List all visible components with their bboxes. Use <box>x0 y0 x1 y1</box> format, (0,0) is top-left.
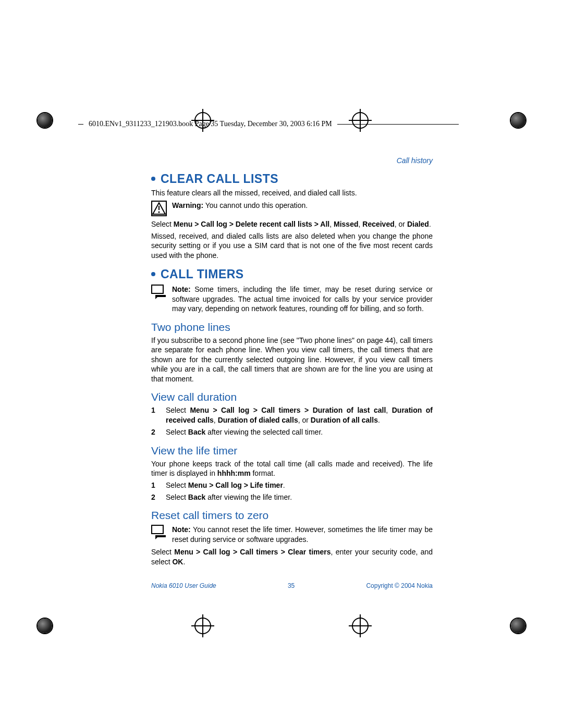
svg-marker-7 <box>155 535 166 539</box>
note-text: Note: You cannot reset the life timer. H… <box>172 525 433 544</box>
body-text: Missed, received, and dialed calls lists… <box>151 231 433 260</box>
registration-mark-icon <box>36 618 53 634</box>
registration-mark-icon <box>510 618 527 634</box>
bullet-icon <box>151 272 155 276</box>
registration-mark-icon <box>194 618 211 634</box>
bullet-icon <box>151 177 155 181</box>
svg-marker-5 <box>155 295 166 299</box>
step-item: Select Menu > Call log > Call timers > D… <box>151 405 433 425</box>
note-block: Note: You cannot reset the life timer. H… <box>151 525 433 544</box>
step-item: Select Back after viewing the selected c… <box>151 427 433 437</box>
step-item: Select Menu > Call log > Life timer. <box>151 480 433 490</box>
page-footer: Nokia 6010 User Guide 35 Copyright © 200… <box>151 582 433 589</box>
registration-mark-icon <box>510 112 527 129</box>
step-list: Select Menu > Call log > Call timers > D… <box>151 405 433 437</box>
heading-view-call-duration: View call duration <box>151 391 433 403</box>
footer-copyright: Copyright © 2004 Nokia <box>366 582 433 589</box>
step-list: Select Menu > Call log > Life timer. Sel… <box>151 480 433 502</box>
body-text: Your phone keeps track of the total call… <box>151 459 433 478</box>
svg-point-3 <box>158 212 160 213</box>
print-header: 6010.ENv1_9311233_121903.book Page 35 Tu… <box>78 120 459 128</box>
heading-call-timers: CALL TIMERS <box>151 267 433 281</box>
warning-icon <box>151 201 167 216</box>
svg-rect-6 <box>152 525 163 534</box>
note-text: Note: Some timers, including the life ti… <box>172 285 433 313</box>
body-text: Select Menu > Call log > Delete recent c… <box>151 219 433 229</box>
body-text: This feature clears all the missed, rece… <box>151 188 433 198</box>
body-text: Select Menu > Call log > Call timers > C… <box>151 547 433 566</box>
warning-block: Warning: You cannot undo this operation. <box>151 201 433 216</box>
book-info: 6010.ENv1_9311233_121903.book Page 35 Tu… <box>89 120 332 128</box>
body-text: If you subscribe to a second phone line … <box>151 336 433 384</box>
svg-rect-4 <box>152 285 163 293</box>
heading-two-phone-lines: Two phone lines <box>151 321 433 334</box>
registration-mark-icon <box>36 112 53 129</box>
note-icon <box>151 285 167 299</box>
note-block: Note: Some timers, including the life ti… <box>151 285 433 313</box>
step-item: Select Back after viewing the life timer… <box>151 492 433 502</box>
footer-guide-name: Nokia 6010 User Guide <box>151 582 216 589</box>
warning-text: Warning: You cannot undo this operation. <box>172 201 433 216</box>
crop-marks-bottom <box>0 618 563 634</box>
note-icon <box>151 525 167 539</box>
heading-reset-call-timers: Reset call timers to zero <box>151 509 433 522</box>
heading-clear-call-lists: CLEAR CALL LISTS <box>151 172 433 186</box>
section-header: Call history <box>151 156 433 165</box>
registration-mark-icon <box>352 618 369 634</box>
heading-view-life-timer: View the life timer <box>151 445 433 457</box>
footer-page-number: 35 <box>288 582 295 589</box>
page-content: Call history CLEAR CALL LISTS This featu… <box>151 156 433 589</box>
